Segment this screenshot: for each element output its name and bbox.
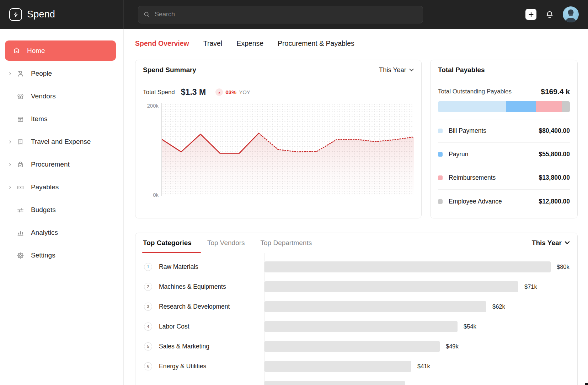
payables-row-value: $80,400.00 bbox=[539, 127, 570, 135]
category-bar bbox=[264, 281, 518, 292]
sidebar-item-label: Vendors bbox=[31, 92, 56, 100]
chevron-right-icon bbox=[8, 185, 12, 190]
total-spend-label: Total Spend bbox=[143, 89, 175, 96]
sidebar-item-settings[interactable]: Settings bbox=[0, 244, 123, 267]
box-icon bbox=[16, 115, 25, 123]
outstanding-payables-label: Total Outstanding Payables bbox=[438, 88, 512, 95]
person-icon bbox=[16, 70, 25, 78]
tab-spend-overview[interactable]: Spend Overview bbox=[135, 39, 189, 48]
sidebar-item-items[interactable]: Items bbox=[0, 108, 123, 130]
category-bar bbox=[264, 301, 486, 312]
main-content: Spend Overview Travel Expense Procuremen… bbox=[124, 29, 588, 385]
sidebar-item-label: Budgets bbox=[31, 206, 56, 214]
sidebar-item-people[interactable]: People bbox=[0, 62, 123, 85]
cut-off-element bbox=[585, 383, 588, 385]
bar-row: $49k bbox=[264, 336, 577, 356]
sidebar-item-label: Home bbox=[27, 47, 45, 55]
sidebar: Home People Vendors Items bbox=[0, 29, 124, 385]
receipt-icon bbox=[16, 138, 25, 146]
payables-row-reimbursements: Reimbursements $13,800.00 bbox=[438, 166, 570, 190]
sliders-icon bbox=[16, 206, 25, 214]
plus-icon[interactable] bbox=[525, 9, 536, 20]
sidebar-item-label: Analytics bbox=[31, 229, 58, 237]
rank-badge: 4 bbox=[144, 322, 152, 331]
bar-row-partial bbox=[264, 376, 577, 385]
spend-line-chart: 200k 0k bbox=[143, 103, 414, 202]
sidebar-item-vendors[interactable]: Vendors bbox=[0, 85, 123, 108]
category-bar bbox=[264, 321, 458, 332]
chevron-down-icon bbox=[409, 69, 414, 72]
sidebar-item-label: People bbox=[31, 70, 52, 77]
bar-chart-icon bbox=[16, 229, 25, 237]
search-input[interactable] bbox=[138, 6, 423, 23]
bar-row: $41k bbox=[264, 356, 577, 376]
bar-value-label: $62k bbox=[492, 303, 505, 310]
payables-row-label: Bill Payments bbox=[449, 127, 486, 135]
period-value: This Year bbox=[379, 66, 406, 74]
payables-row-payrun: Payrun $55,800.00 bbox=[438, 143, 570, 166]
payables-row-label: Reimbursements bbox=[449, 174, 496, 181]
list-item: 4 Labor Cost bbox=[135, 316, 264, 336]
list-item: 5 Sales & Marketing bbox=[135, 336, 264, 356]
line-chart-plot bbox=[161, 103, 414, 196]
topbar: Spend bbox=[0, 0, 588, 29]
chevron-right-icon bbox=[8, 140, 12, 144]
tab-procurement-payables[interactable]: Procurement & Payables bbox=[278, 39, 354, 48]
category-label: Machines & Equipments bbox=[159, 283, 226, 291]
category-bar bbox=[264, 341, 440, 352]
payables-row-employee-advance: Employee Advance $12,800.00 bbox=[438, 190, 570, 213]
payables-bar-segment bbox=[536, 101, 562, 112]
user-avatar[interactable] bbox=[563, 6, 579, 22]
payables-stacked-bar bbox=[438, 101, 570, 112]
sidebar-item-payables[interactable]: Payables bbox=[0, 176, 123, 199]
list-item: 1 Raw Materials bbox=[135, 257, 264, 277]
cash-note-icon bbox=[16, 183, 25, 191]
y-axis-max: 200k bbox=[147, 103, 159, 108]
category-label: Labor Cost bbox=[159, 323, 189, 330]
spend-summary-period-dropdown[interactable]: This Year bbox=[379, 66, 414, 74]
search-bar bbox=[138, 6, 423, 23]
bell-icon[interactable] bbox=[545, 10, 554, 19]
tab-travel[interactable]: Travel bbox=[203, 39, 222, 48]
search-icon bbox=[143, 11, 151, 18]
payables-row-label: Payrun bbox=[449, 151, 468, 158]
tab-top-vendors[interactable]: Top Vendors bbox=[207, 233, 245, 253]
sidebar-item-travel-and-expense[interactable]: Travel and Expense bbox=[0, 130, 123, 153]
gear-icon bbox=[16, 251, 25, 260]
chevron-right-icon bbox=[8, 162, 12, 167]
tab-top-departments[interactable]: Top Departments bbox=[261, 233, 312, 253]
payables-bar-segment bbox=[438, 101, 506, 112]
top-section-tabs: Top Categories Top Vendors Top Departmen… bbox=[143, 233, 312, 253]
yoy-label: YOY bbox=[239, 89, 250, 95]
payables-row-value: $13,800.00 bbox=[539, 174, 570, 181]
category-bar-chart: $80k $71k $62k $54k bbox=[264, 253, 577, 385]
outstanding-payables-value: $169.4 k bbox=[541, 87, 570, 96]
sidebar-item-label: Travel and Expense bbox=[31, 138, 91, 146]
sidebar-item-analytics[interactable]: Analytics bbox=[0, 221, 123, 244]
chevron-down-icon bbox=[565, 241, 570, 245]
sidebar-item-home[interactable]: Home bbox=[5, 40, 116, 61]
payables-bar-segment bbox=[506, 101, 536, 112]
payables-row-value: $12,800.00 bbox=[539, 198, 570, 205]
home-icon bbox=[12, 47, 21, 55]
rank-badge: 6 bbox=[144, 362, 152, 370]
page-tabs: Spend Overview Travel Expense Procuremen… bbox=[135, 39, 578, 48]
category-label: Raw Materials bbox=[159, 263, 198, 271]
tab-expense[interactable]: Expense bbox=[236, 39, 263, 48]
yoy-percent: 03% bbox=[225, 89, 236, 96]
sidebar-item-label: Payables bbox=[31, 183, 59, 191]
lightning-logo-icon bbox=[9, 8, 22, 21]
top-section-period-dropdown[interactable]: This Year bbox=[532, 239, 570, 247]
bar-value-label: $71k bbox=[524, 283, 537, 290]
spend-summary-title: Spend Summary bbox=[143, 66, 196, 74]
yoy-up-arrow-icon: ▲ bbox=[215, 88, 223, 96]
list-item: 6 Energy & Utilities bbox=[135, 356, 264, 376]
category-bar-partial bbox=[264, 381, 405, 385]
sidebar-item-procurement[interactable]: Procurement bbox=[0, 153, 123, 176]
sidebar-item-budgets[interactable]: Budgets bbox=[0, 199, 123, 221]
top-categories-card: Top Categories Top Vendors Top Departmen… bbox=[135, 233, 578, 385]
sidebar-item-label: Settings bbox=[31, 251, 55, 259]
payables-bar-segment bbox=[562, 101, 570, 112]
tab-top-categories[interactable]: Top Categories bbox=[143, 233, 192, 253]
bag-check-icon bbox=[16, 161, 25, 169]
